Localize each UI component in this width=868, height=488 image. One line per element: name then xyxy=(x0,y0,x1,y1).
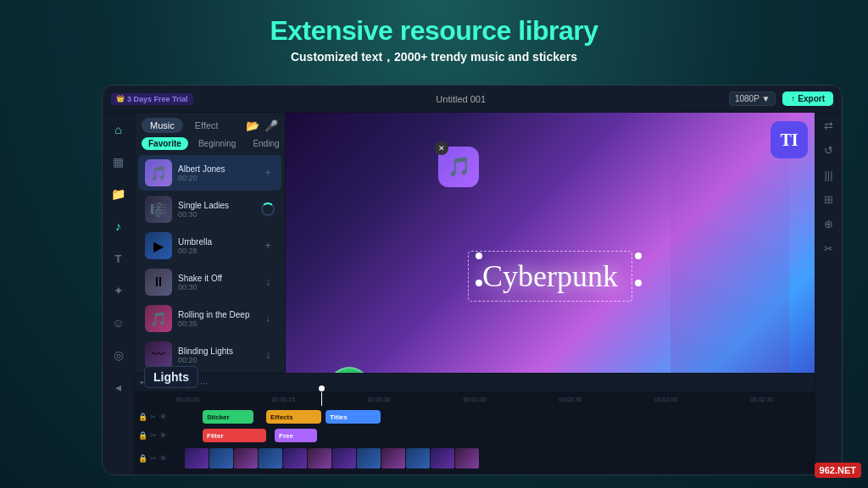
lock-icon-1[interactable]: 🔒 xyxy=(138,413,147,421)
clip-sticker[interactable]: Sticker xyxy=(203,410,253,424)
eye-icon-1[interactable]: 👁 xyxy=(159,413,167,421)
selection-handle-bl[interactable] xyxy=(476,280,482,286)
filter-favorite[interactable]: Favorite xyxy=(142,137,188,150)
right-icon-scissors[interactable]: ✂ xyxy=(824,242,833,255)
tab-effect[interactable]: Effect xyxy=(186,118,227,133)
ruler-mark-4: 00:01:30 xyxy=(522,396,618,402)
playhead-line xyxy=(321,392,322,406)
music-info-3: Umbrella 00:28 xyxy=(178,237,255,255)
music-thumb-2: 🎼 xyxy=(145,196,172,223)
right-icon-image[interactable]: ⊞ xyxy=(824,193,833,206)
mic-icon[interactable]: 🎤 xyxy=(264,119,278,132)
thumb-11 xyxy=(431,448,454,469)
sidebar-item-sticker[interactable]: ☺ xyxy=(108,313,129,333)
music-dur-3: 00:28 xyxy=(178,247,255,255)
timeline-area: ↩ ✂ ⚙ 🗑 ··· 00:00:00 00:00:15 00:00:30 0… xyxy=(135,373,815,474)
cyberpunk-text-overlay[interactable]: Cyberpunk xyxy=(468,251,632,302)
export-button[interactable]: Export xyxy=(782,92,833,106)
selection-handle-tr[interactable] xyxy=(635,252,642,259)
selection-handle-br[interactable] xyxy=(635,280,642,286)
track-row-1: 🔒 ✂ 👁 Sticker Effects Titles xyxy=(135,408,815,426)
music-action-4[interactable]: ↓ xyxy=(261,276,275,288)
resolution-selector[interactable]: 1080P ▼ xyxy=(729,92,776,106)
sidebar-item-home[interactable]: ⌂ xyxy=(108,119,129,140)
subheadline: Customized text，2000+ trendy music and s… xyxy=(0,50,868,65)
trial-badge[interactable]: 3 Days Free Trial xyxy=(111,93,193,105)
lock-icon-2[interactable]: 🔒 xyxy=(138,431,147,440)
music-dur-2: 00:30 xyxy=(178,210,255,219)
header-area: Extensive resource library Customized te… xyxy=(0,15,868,65)
music-dur-6: 00:20 xyxy=(178,356,255,364)
clip-titles[interactable]: Titles xyxy=(326,410,381,424)
clip-icon-1[interactable]: ✂ xyxy=(150,413,157,421)
filter-ending[interactable]: Ending xyxy=(246,137,286,150)
music-info-6: Blinding Lights 00:20 xyxy=(178,347,255,364)
net-watermark-badge: 962.NET xyxy=(815,463,861,478)
filter-beginning[interactable]: Beginning xyxy=(192,137,242,150)
right-icon-crop[interactable]: ⊕ xyxy=(824,218,833,230)
thumb-5 xyxy=(283,448,307,469)
music-action-2 xyxy=(261,202,275,216)
sidebar-item-text[interactable]: T xyxy=(108,248,129,269)
music-item-albert-jones[interactable]: 🎵 Albert Jones 00:20 + xyxy=(138,155,281,191)
music-item-rolling[interactable]: 🎵 Rolling in the Deep 00:35 ↓ xyxy=(138,301,281,336)
music-thumb-5: 🎵 xyxy=(145,305,172,332)
clip-icon-2[interactable]: ✂ xyxy=(150,431,157,440)
music-name-1: Albert Jones xyxy=(178,164,255,174)
music-info-2: Single Ladies 00:30 xyxy=(178,201,255,219)
ruler-mark-0: 00:00:00 xyxy=(140,396,236,402)
right-icon-arrows[interactable]: ⇄ xyxy=(824,119,833,132)
document-title: Untitled 001 xyxy=(200,94,722,104)
sidebar-item-folder[interactable]: 📁 xyxy=(108,184,129,204)
right-icon-bars[interactable]: ||| xyxy=(824,169,832,181)
timeline-ruler: 00:00:00 00:00:15 00:00:30 00:01:00 00:0… xyxy=(135,392,815,406)
track-controls-3: 🔒 ✂ 👁 xyxy=(135,454,181,463)
clip-icon-3[interactable]: ✂ xyxy=(150,454,157,463)
folder-icon[interactable]: 📂 xyxy=(246,119,259,132)
thumb-strip xyxy=(181,446,815,470)
music-action-1[interactable]: + xyxy=(261,167,275,179)
clip-filter[interactable]: Filter xyxy=(203,429,266,442)
sidebar-item-arrow[interactable]: ◂ xyxy=(108,377,129,397)
ruler-marks: 00:00:00 00:00:15 00:00:30 00:01:00 00:0… xyxy=(140,396,810,402)
sidebar-item-media[interactable]: ▦ xyxy=(108,152,129,172)
music-item-umbrella[interactable]: ▶ Umbrella 00:28 + xyxy=(138,228,281,263)
music-info-1: Albert Jones 00:20 xyxy=(178,164,255,182)
music-item-shake[interactable]: ⏸ Shake it Off 00:30 ↓ xyxy=(138,264,281,300)
ruler-mark-3: 00:01:00 xyxy=(427,396,523,402)
music-info-5: Rolling in the Deep 00:35 xyxy=(178,310,255,328)
sidebar-item-music[interactable]: ♪ xyxy=(108,216,129,236)
music-dur-1: 00:20 xyxy=(178,174,255,182)
clip-effects[interactable]: Effects xyxy=(266,410,321,424)
float-close-button[interactable]: ✕ xyxy=(435,141,448,155)
music-action-6[interactable]: ↓ xyxy=(261,349,275,361)
tl-more-icon[interactable]: ··· xyxy=(200,378,208,388)
music-item-single-ladies[interactable]: 🎼 Single Ladies 00:30 xyxy=(138,191,281,227)
filter-tabs: Favorite Beginning Ending xyxy=(135,133,285,154)
eye-icon-2[interactable]: 👁 xyxy=(159,431,167,440)
lock-icon-3[interactable]: 🔒 xyxy=(138,454,147,463)
music-action-3[interactable]: + xyxy=(261,240,275,252)
sidebar-item-effects[interactable]: ✦ xyxy=(108,280,129,301)
app-window: 3 Days Free Trial Untitled 001 1080P ▼ E… xyxy=(102,85,843,475)
thumb-3 xyxy=(234,448,258,469)
music-action-5[interactable]: ↓ xyxy=(261,313,275,324)
sidebar-item-circle[interactable]: ◎ xyxy=(108,345,129,365)
eye-icon-3[interactable]: 👁 xyxy=(159,454,167,463)
music-name-3: Umbrella xyxy=(178,237,255,247)
track-row-3: 🔒 ✂ 👁 xyxy=(135,445,815,472)
ruler-mark-5: 00:02:00 xyxy=(618,396,714,402)
ruler-mark-2: 00:00:30 xyxy=(331,396,427,402)
right-panel: ⇄ ↺ ||| ⊞ ⊕ ✂ xyxy=(815,113,842,474)
music-thumb-4: ⏸ xyxy=(145,269,172,296)
clip-free[interactable]: Free xyxy=(275,429,317,442)
thumb-12 xyxy=(455,448,479,469)
selection-handle-tl[interactable] xyxy=(476,252,482,259)
thumb-10 xyxy=(406,448,430,469)
music-info-4: Shake it Off 00:30 xyxy=(178,274,255,291)
right-icon-undo[interactable]: ↺ xyxy=(824,144,833,157)
loading-spinner xyxy=(261,202,275,216)
ti-text-button[interactable]: TI xyxy=(771,121,808,158)
music-thumb-1: 🎵 xyxy=(145,159,172,186)
tab-music[interactable]: Music xyxy=(142,118,183,133)
